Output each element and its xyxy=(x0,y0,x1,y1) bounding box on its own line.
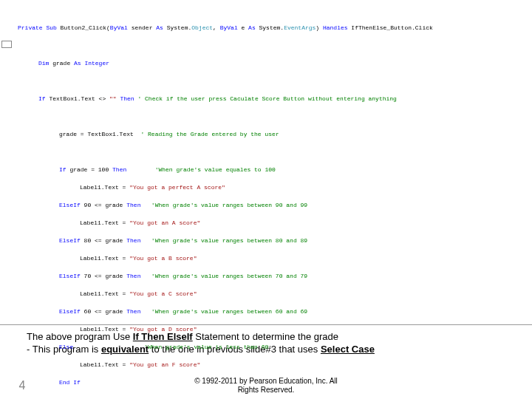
code-line: If TextBox1.Text <> "" Then ' Check if t… xyxy=(18,95,528,103)
code-line: ElseIf 90 <= grade Then 'When grade's va… xyxy=(18,201,528,210)
code-line: Label1.Text = "You got an A score" xyxy=(18,219,528,228)
code-line: Label1.Text = "You got an F score" xyxy=(18,361,528,369)
code-line: If grade = 100 Then 'When grade's value … xyxy=(18,166,528,174)
code-line: grade = TextBox1.Text ' Reading the Grad… xyxy=(18,130,528,139)
copyright-text: © 1992-2011 by Pearson Education, Inc. A… xyxy=(44,377,532,395)
code-line: ElseIf 70 <= grade Then 'When grade's va… xyxy=(18,272,528,281)
page-number: 4 xyxy=(0,379,44,392)
margin-marker xyxy=(1,41,12,48)
code-line: Label1.Text = "You got a B score" xyxy=(18,254,528,263)
code-line: Label1.Text = "You got a perfect A score… xyxy=(18,183,528,192)
code-line: ElseIf 60 <= grade Then 'When grade's va… xyxy=(18,307,528,316)
code-block: Private Sub Button2_Click(ByVal sender A… xyxy=(0,0,532,325)
code-line: Label1.Text = "You got a C score" xyxy=(18,290,528,299)
code-line: Private Sub Button2_Click(ByVal sender A… xyxy=(18,24,528,33)
code-line: Label1.Text = "You got a D score" xyxy=(18,325,528,334)
code-line: Else 'When grade's value is less than 60 xyxy=(18,343,528,352)
code-line: ElseIf 80 <= grade Then 'When grade's va… xyxy=(18,236,528,245)
slide-footer: 4 © 1992-2011 by Pearson Education, Inc.… xyxy=(0,377,532,395)
code-line: Dim grade As Integer xyxy=(18,59,528,68)
